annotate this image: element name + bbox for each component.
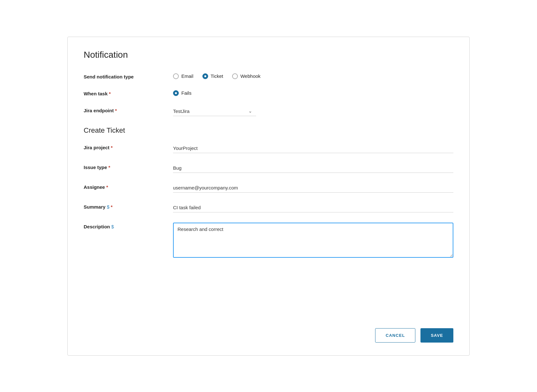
send-notification-type-row: Send notification type Email Ticket [84, 73, 453, 79]
radio-ticket-inner [204, 75, 206, 77]
jira-endpoint-dropdown-wrapper: TestJira OtherJira ⌄ [173, 107, 256, 116]
when-task-radio-group: Fails [173, 90, 453, 96]
issue-type-label: Issue type * [84, 163, 173, 170]
jira-endpoint-select[interactable]: TestJira OtherJira [173, 107, 256, 116]
summary-dollar: $ [107, 204, 109, 210]
notification-modal: Notification Send notification type Emai… [67, 37, 470, 356]
radio-fails-outer[interactable] [173, 90, 179, 96]
radio-webhook-outer[interactable] [232, 73, 238, 79]
jira-project-row: Jira project * [84, 144, 453, 153]
summary-field [173, 203, 453, 212]
when-task-required: * [109, 91, 111, 96]
description-dollar: $ [111, 224, 114, 229]
radio-fails-inner [175, 92, 177, 94]
assignee-label: Assignee * [84, 183, 173, 190]
summary-row: Summary$ * [84, 203, 453, 212]
issue-type-input[interactable] [173, 163, 453, 173]
radio-option-ticket[interactable]: Ticket [202, 73, 223, 79]
description-label: Description$ [84, 223, 173, 229]
jira-endpoint-row: Jira endpoint * TestJira OtherJira ⌄ [84, 107, 453, 116]
issue-type-field [173, 163, 453, 173]
radio-fails-label: Fails [181, 90, 192, 96]
send-notification-type-label: Send notification type [84, 73, 173, 79]
jira-project-label: Jira project * [84, 144, 173, 150]
jira-project-input[interactable] [173, 144, 453, 153]
issue-type-row: Issue type * [84, 163, 453, 173]
footer-buttons: CANCEL SAVE [84, 322, 453, 343]
assignee-row: Assignee * [84, 183, 453, 193]
assignee-field [173, 183, 453, 193]
jira-project-field [173, 144, 453, 153]
radio-webhook-label: Webhook [240, 73, 261, 79]
description-textarea[interactable]: Research and correct [173, 223, 453, 258]
summary-input[interactable] [173, 203, 453, 212]
notification-type-field: Email Ticket Webhook [173, 73, 453, 79]
when-task-field: Fails [173, 90, 453, 96]
radio-ticket-outer[interactable] [202, 73, 208, 79]
notification-type-radio-group: Email Ticket Webhook [173, 73, 453, 79]
cancel-button[interactable]: CANCEL [375, 328, 415, 343]
when-task-label: When task * [84, 90, 173, 96]
radio-option-fails[interactable]: Fails [173, 90, 192, 96]
page-title: Notification [84, 50, 453, 60]
radio-option-email[interactable]: Email [173, 73, 193, 79]
jira-endpoint-required: * [115, 108, 117, 113]
assignee-input[interactable] [173, 183, 453, 193]
radio-option-webhook[interactable]: Webhook [232, 73, 261, 79]
radio-ticket-label: Ticket [211, 73, 223, 79]
radio-email-label: Email [181, 73, 193, 79]
when-task-row: When task * Fails [84, 90, 453, 96]
save-button[interactable]: SAVE [420, 328, 453, 343]
assignee-required: * [106, 184, 108, 190]
form-section: Send notification type Email Ticket [84, 73, 453, 309]
description-field: Research and correct [173, 223, 453, 259]
summary-label: Summary$ * [84, 203, 173, 210]
description-row: Description$ Research and correct [84, 223, 453, 259]
create-ticket-heading: Create Ticket [84, 126, 453, 135]
jira-endpoint-field: TestJira OtherJira ⌄ [173, 107, 453, 116]
issue-type-required: * [108, 165, 110, 170]
jira-endpoint-label: Jira endpoint * [84, 107, 173, 113]
jira-project-required: * [111, 145, 113, 150]
summary-required: * [111, 204, 113, 210]
radio-email-outer[interactable] [173, 73, 179, 79]
